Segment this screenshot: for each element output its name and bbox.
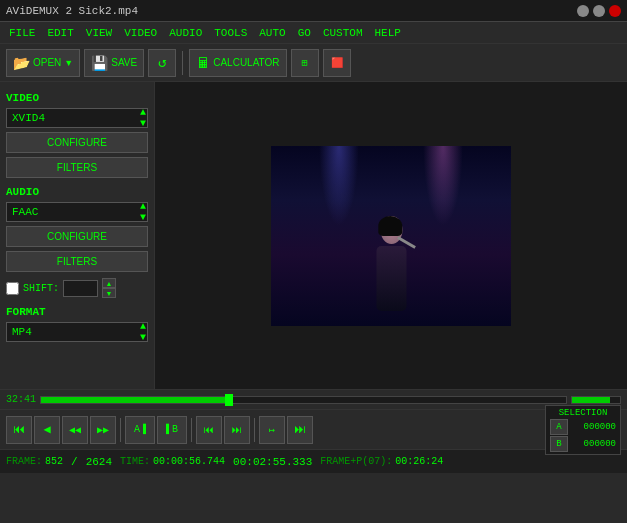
refresh-icon: ↺ — [158, 54, 166, 71]
format-codec-container: MP4 AVI MKV ▲▼ — [6, 322, 148, 342]
format-section-label: Format — [6, 306, 148, 318]
video-configure-button[interactable]: Configure — [6, 132, 148, 153]
selection-label: Selection — [550, 408, 616, 418]
color-icon: 🟥 — [331, 57, 343, 69]
time-value: 00:00:56.744 — [153, 456, 225, 467]
fast-forward-button[interactable]: ▶▶ — [90, 416, 116, 444]
video-filters-button[interactable]: Filters — [6, 157, 148, 178]
transport-sep-1 — [120, 418, 121, 442]
transport-sep-3 — [254, 418, 255, 442]
menu-video[interactable]: Video — [119, 25, 162, 41]
selection-panel: Selection A 000000 B 000000 — [545, 405, 621, 455]
open-dropdown-arrow[interactable]: ▼ — [64, 58, 73, 68]
b-label: B — [556, 439, 561, 449]
time-status: Time: 00:00:56.744 — [120, 456, 225, 467]
title-bar: AViDEMUX 2 Sick2.mp4 — [0, 0, 627, 22]
go-to-end-icon: ⏭ — [294, 422, 306, 437]
next-keyframe-button[interactable]: ↦ — [259, 416, 285, 444]
seekbar-thumb — [225, 394, 233, 406]
shift-spinner: ▲ ▼ — [102, 278, 116, 298]
fast-forward-icon: ▶▶ — [97, 424, 109, 436]
minimize-button[interactable] — [577, 5, 589, 17]
save-icon: 💾 — [91, 55, 108, 71]
singer-figure — [364, 216, 419, 311]
selection-b-row: B 000000 — [550, 436, 616, 452]
aspect-ratio-button[interactable]: ⊞ — [291, 49, 319, 77]
set-marker-a-button[interactable]: A▐ — [125, 416, 155, 444]
a-label: A — [556, 422, 561, 432]
seekbar-track[interactable] — [40, 396, 567, 404]
time-total: 00:02:55.333 — [233, 456, 312, 468]
set-b-button[interactable]: B — [550, 436, 568, 452]
format-codec-select[interactable]: MP4 AVI MKV — [6, 322, 148, 342]
video-frame — [271, 146, 511, 326]
menu-tools[interactable]: Tools — [209, 25, 252, 41]
toolbar-separator — [182, 51, 183, 75]
marker-b-icon: ▌B — [166, 424, 178, 435]
go-to-b-icon: ⏭ — [232, 424, 242, 436]
next-keyframe-icon: ↦ — [269, 424, 275, 436]
seekbar-area: 32:41 — [0, 389, 627, 409]
go-to-b-button[interactable]: ⏭ — [224, 416, 250, 444]
menu-custom[interactable]: Custom — [318, 25, 368, 41]
status-bar: Frame: 852 / 2624 Time: 00:00:56.744 00:… — [0, 449, 627, 473]
open-button[interactable]: 📂 Open ▼ — [6, 49, 80, 77]
shift-down-button[interactable]: ▼ — [102, 288, 116, 298]
close-button[interactable] — [609, 5, 621, 17]
set-a-button[interactable]: A — [550, 419, 568, 435]
aspect-ratio-icon: ⊞ — [302, 57, 308, 69]
main-content: Video XVID4 Copy None ▲▼ Configure Filte… — [0, 82, 627, 389]
transport-sep-2 — [191, 418, 192, 442]
go-to-start-button[interactable]: ⏮ — [6, 416, 32, 444]
right-seekbar[interactable] — [571, 396, 621, 404]
video-codec-select[interactable]: XVID4 Copy None — [6, 108, 148, 128]
menu-bar: File Edit View Video Audio Tools Auto Go… — [0, 22, 627, 44]
frame-separator: / — [71, 456, 78, 468]
menu-audio[interactable]: Audio — [164, 25, 207, 41]
stage-light-2 — [423, 146, 463, 226]
go-to-a-icon: ⏮ — [204, 424, 214, 436]
color-button[interactable]: 🟥 — [323, 49, 351, 77]
set-marker-b-button[interactable]: ▌B — [157, 416, 187, 444]
prev-frame-icon: ◀ — [43, 422, 50, 437]
audio-codec-select[interactable]: FAAC Copy None — [6, 202, 148, 222]
time-label: Time: — [120, 456, 150, 467]
rewind-button[interactable]: ◀◀ — [62, 416, 88, 444]
menu-file[interactable]: File — [4, 25, 40, 41]
shift-up-button[interactable]: ▲ — [102, 278, 116, 288]
menu-view[interactable]: View — [81, 25, 117, 41]
selection-a-row: A 000000 — [550, 419, 616, 435]
go-to-start-icon: ⏮ — [13, 422, 25, 437]
frame-label: Frame: — [6, 456, 42, 467]
menu-edit[interactable]: Edit — [42, 25, 78, 41]
go-to-end-button[interactable]: ⏭ — [287, 416, 313, 444]
video-area — [155, 82, 627, 389]
frame-status: Frame: 852 — [6, 456, 63, 467]
save-button[interactable]: 💾 Save — [84, 49, 144, 77]
shift-input[interactable]: 0 — [63, 280, 98, 297]
audio-configure-button[interactable]: Configure — [6, 226, 148, 247]
calculator-button[interactable]: 🖩 Calculator — [189, 49, 286, 77]
audio-section-label: Audio — [6, 186, 148, 198]
b-value: 000000 — [571, 439, 616, 449]
total-frames: 2624 — [86, 456, 112, 468]
refresh-button[interactable]: ↺ — [148, 49, 176, 77]
window-controls — [577, 5, 621, 17]
audio-codec-container: FAAC Copy None ▲▼ — [6, 202, 148, 222]
framep-label: Frame+P(07): — [320, 456, 392, 467]
menu-auto[interactable]: Auto — [254, 25, 290, 41]
calculator-icon: 🖩 — [196, 55, 210, 71]
menu-go[interactable]: Go — [293, 25, 316, 41]
framep-status: Frame+P(07): 00:26:24 — [320, 456, 443, 467]
folder-icon: 📂 — [13, 55, 30, 71]
shift-checkbox[interactable] — [6, 282, 19, 295]
audio-filters-button[interactable]: Filters — [6, 251, 148, 272]
toolbar: 📂 Open ▼ 💾 Save ↺ 🖩 Calculator ⊞ 🟥 — [0, 44, 627, 82]
shift-label: Shift: — [23, 283, 59, 294]
prev-frame-button[interactable]: ◀ — [34, 416, 60, 444]
menu-help[interactable]: Help — [369, 25, 405, 41]
transport-area: ⏮ ◀ ◀◀ ▶▶ A▐ ▌B ⏮ ⏭ ↦ ⏭ Selection — [0, 409, 627, 449]
maximize-button[interactable] — [593, 5, 605, 17]
right-seekbar-fill — [572, 397, 610, 403]
go-to-a-button[interactable]: ⏮ — [196, 416, 222, 444]
